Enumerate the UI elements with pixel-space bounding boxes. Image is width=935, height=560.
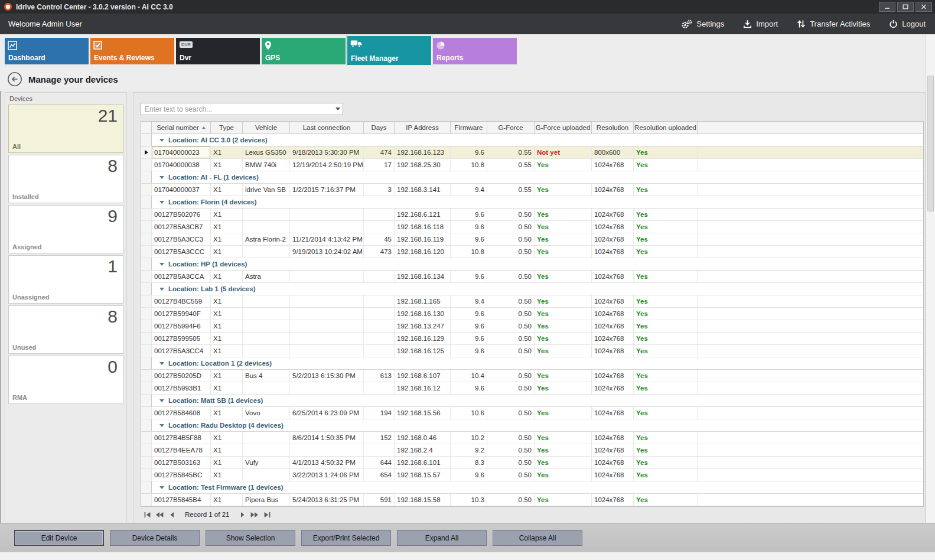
cell-value: X1 <box>213 459 221 466</box>
device-row[interactable]: 00127B59940FX1192.168.16.1309.60.50Yes10… <box>141 308 923 320</box>
cell-serial: 00127B503163 <box>152 457 211 468</box>
last-record-button[interactable] <box>262 510 272 519</box>
column-header-resolution_up[interactable]: Resolution uploaded <box>634 122 698 134</box>
topbar-action-logout[interactable]: Logout <box>889 19 926 28</box>
device-row[interactable]: 00127B4BC559X1192.168.1.1659.40.50Yes102… <box>141 295 923 308</box>
device-row[interactable]: 00127B5845BCX13/22/2013 1:24:06 PM654192… <box>141 469 923 481</box>
group-row[interactable]: Location: Radu Desktop (4 devices) <box>141 419 923 432</box>
device-row[interactable]: 00127B5A3CC4X1192.168.16.1259.60.50Yes10… <box>141 345 923 357</box>
tab-reports[interactable]: Reports <box>433 38 517 64</box>
device-row[interactable]: 00127B5845B4X1Pipera Bus5/24/2013 6:31:2… <box>141 494 923 506</box>
tab-dvr[interactable]: DVRDvr <box>176 38 260 64</box>
group-row[interactable]: Location: HP (1 devices) <box>141 258 923 271</box>
next-page-record-button[interactable] <box>249 510 260 519</box>
column-header-gforce_up[interactable]: G-Force uploaded <box>535 122 592 134</box>
device-row[interactable]: 00127B5A3CCCX19/19/2013 10:24:02 AM47319… <box>141 246 923 258</box>
group-row[interactable]: Location: AI - FL (1 devices) <box>141 171 923 184</box>
column-header-days[interactable]: Days <box>364 122 395 134</box>
cell-value: 00127B5A3CC3 <box>154 236 203 243</box>
collapse-all-button[interactable]: Collapse All <box>493 530 582 546</box>
device-row[interactable]: 00127B5A3CCAX1Astra192.168.16.1349.60.50… <box>141 271 923 283</box>
device-row[interactable]: 017040000023X1Lexus GS3509/18/2013 5:30:… <box>141 146 923 159</box>
column-header-type[interactable]: Type <box>211 122 243 134</box>
device-row[interactable]: 00127B503163X1Vufy4/1/2013 4:50:32 PM644… <box>141 457 923 469</box>
maximize-button[interactable] <box>897 2 914 12</box>
prev-record-button[interactable] <box>167 510 177 519</box>
device-filter-all[interactable]: 21All <box>8 105 123 153</box>
collapse-group-icon[interactable] <box>159 399 164 402</box>
tab-dashboard[interactable]: Dashboard <box>5 38 89 64</box>
cell-value: X1 <box>213 236 221 243</box>
collapse-group-icon[interactable] <box>159 139 164 142</box>
collapse-group-icon[interactable] <box>159 424 164 427</box>
first-record-button[interactable] <box>142 510 152 519</box>
column-header-gforce[interactable]: G-Force <box>487 122 535 134</box>
device-filter-unassigned[interactable]: 1Unassigned <box>8 255 123 304</box>
device-row[interactable]: 00127B502076X1192.168.6.1219.60.50Yes102… <box>141 209 923 221</box>
group-row[interactable]: Location: AI CC 3.0 (2 devices) <box>141 134 923 146</box>
device-row[interactable]: 017040000038X1BMW 740i12/19/2014 2:50:19… <box>141 159 923 171</box>
tab-events-reviews[interactable]: Events & Reviews <box>90 38 174 64</box>
vertical-scrollbar[interactable] <box>926 34 935 523</box>
device-filter-rma[interactable]: 0RMA <box>8 356 123 404</box>
tab-fleet-manager[interactable]: Fleet Manager <box>347 36 431 65</box>
column-header-ip[interactable]: IP Address <box>395 122 451 134</box>
cell-ip: 192.168.0.46 <box>395 432 451 444</box>
collapse-group-icon[interactable] <box>159 176 164 179</box>
expand-all-button[interactable]: Expand All <box>397 530 487 546</box>
group-row[interactable]: Location: Test Firmware (1 devices) <box>141 481 923 494</box>
topbar-action-transfer-activities[interactable]: Transfer Activities <box>797 19 870 28</box>
topbar-action-settings[interactable]: Settings <box>681 19 724 29</box>
group-row[interactable]: Location: Lab 1 (5 devices) <box>141 283 923 295</box>
scrollbar-thumb[interactable] <box>927 76 934 211</box>
cell-value: 192.168.1.165 <box>397 298 441 305</box>
column-header-last[interactable]: Last connection <box>290 122 364 134</box>
prev-page-record-button[interactable] <box>154 510 165 519</box>
cell-value: 0.50 <box>519 459 532 466</box>
device-filter-installed[interactable]: 8Installed <box>8 155 123 203</box>
search-combo[interactable] <box>141 103 343 115</box>
device-row[interactable]: 00127B5A3CB7X1192.168.16.1189.60.50Yes10… <box>141 221 923 233</box>
cell-firmware: 10.4 <box>451 370 487 382</box>
collapse-group-icon[interactable] <box>159 362 164 365</box>
device-row[interactable]: 017040000037X1idrive Van SB1/2/2015 7:16… <box>141 184 923 196</box>
device-row[interactable]: 00127B4B5F88X18/6/2014 1:50:35 PM152192.… <box>141 432 923 444</box>
cell-ip: 192.168.16.118 <box>395 221 451 233</box>
column-header-resolution[interactable]: Resolution <box>592 122 634 134</box>
search-input[interactable] <box>141 103 333 115</box>
device-row[interactable]: 00127B5993B1X1192.168.16.129.60.50Yes102… <box>141 382 923 395</box>
cell-firmware: 9.6 <box>451 271 487 282</box>
close-button[interactable] <box>916 2 932 12</box>
edit-device-button[interactable]: Edit Device <box>14 530 104 546</box>
tab-gps[interactable]: GPS <box>262 38 346 64</box>
topbar-action-import[interactable]: Import <box>743 19 778 28</box>
group-row[interactable]: Location: Location 1 (2 devices) <box>141 357 923 370</box>
collapse-group-icon[interactable] <box>159 486 164 489</box>
device-filter-unused[interactable]: 8Unused <box>8 305 123 354</box>
device-details-button[interactable]: Device Details <box>110 530 200 546</box>
group-row[interactable]: Location: Florin (4 devices) <box>141 196 923 209</box>
group-row[interactable]: Location: Matt SB (1 devices) <box>141 395 923 407</box>
device-row[interactable]: 00127B5994F6X1192.168.13.2479.60.50Yes10… <box>141 320 923 333</box>
cell-gforce_up: Yes <box>535 444 592 456</box>
back-button[interactable] <box>7 71 22 87</box>
device-row[interactable]: 00127B4EEA78X1192.168.2.49.20.50Yes1024x… <box>141 444 923 457</box>
minimize-button[interactable] <box>879 2 895 12</box>
collapse-group-icon[interactable] <box>159 288 164 291</box>
next-record-button[interactable] <box>237 510 247 519</box>
search-dropdown-button[interactable] <box>333 103 343 115</box>
device-filter-assigned[interactable]: 9Assigned <box>8 205 123 253</box>
device-row[interactable]: 00127B50205DX1Bus 45/2/2013 6:15:30 PM61… <box>141 370 923 382</box>
device-row[interactable]: 00127B5A3CC3X1Astra Florin-211/21/2014 4… <box>141 233 923 246</box>
export-print-selected-button[interactable]: Export/Print Selected <box>301 530 391 546</box>
cell-resolution: 1024x768 <box>592 457 634 468</box>
device-row[interactable]: 00127B599505X1192.168.16.1299.60.50Yes10… <box>141 333 923 345</box>
column-header-vehicle[interactable]: Vehicle <box>243 122 290 134</box>
device-row[interactable]: 00127B584608X1Vovo6/25/2014 6:23:09 PM19… <box>141 407 923 419</box>
collapse-group-icon[interactable] <box>159 201 164 204</box>
row-indicator-cell <box>141 146 152 158</box>
collapse-group-icon[interactable] <box>159 263 164 266</box>
show-selection-button[interactable]: Show Selection <box>206 530 295 546</box>
column-header-firmware[interactable]: Firmware <box>451 122 487 134</box>
column-header-serial[interactable]: Serial number <box>152 122 211 134</box>
